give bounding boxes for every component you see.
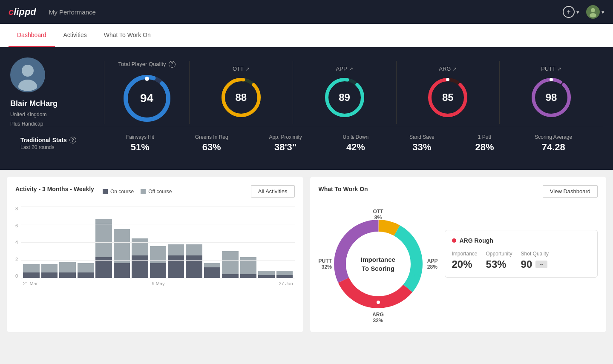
svg-point-7: [145, 77, 149, 81]
activity-card: Activity - 3 Months - Weekly On course O…: [7, 177, 303, 332]
profile-button[interactable]: ▾: [586, 5, 604, 19]
off-course-legend-icon: [141, 189, 146, 194]
wtwo-content: Importance To Scoring OTT 8% APP 28% ARG…: [319, 204, 598, 324]
x-label-may: 9 May: [152, 281, 164, 286]
add-button[interactable]: + ▾: [563, 6, 579, 18]
tab-dashboard[interactable]: Dashboard: [9, 24, 55, 47]
ott-value: 88: [236, 92, 247, 103]
hero-top: Blair McHarg United Kingdom Plus Handica…: [10, 57, 603, 127]
hero-section: Blair McHarg United Kingdom Plus Handica…: [0, 47, 613, 170]
putt-ring: 98: [530, 76, 573, 119]
metric-importance: Importance 20%: [452, 251, 478, 270]
arg-arrow-icon: ↗: [452, 66, 457, 72]
donut-center-text: Importance To Scoring: [361, 255, 395, 273]
svg-point-1: [590, 13, 596, 17]
chart-area: 8 6 4 2 0: [15, 206, 295, 300]
player-handicap: Plus Handicap: [10, 121, 43, 127]
putt-arrow-icon: ↗: [557, 66, 561, 72]
logo-text: clippd: [9, 6, 36, 17]
legend-off-course: Off course: [141, 189, 172, 195]
on-course-legend-icon: [103, 189, 108, 194]
all-activities-button[interactable]: All Activities: [251, 185, 295, 198]
score-item-ott: OTT ↗ 88: [190, 61, 293, 124]
stat-1-putt: 1 Putt 28%: [475, 134, 494, 153]
view-dashboard-button[interactable]: View Dashboard: [543, 185, 598, 198]
arg-indicator: [376, 300, 380, 304]
total-quality-ring: 94: [121, 73, 173, 124]
svg-point-3: [22, 65, 34, 77]
score-item-arg: ARG ↗ 85: [397, 61, 500, 124]
bottom-section: Activity - 3 Months - Weekly On course O…: [0, 170, 613, 339]
y-label-6: 6: [15, 223, 18, 228]
score-item-putt: PUTT ↗ 98: [500, 61, 603, 124]
score-items: OTT ↗ 88 APP ↗: [190, 61, 603, 124]
stat-sand-save: Sand Save 33%: [409, 134, 435, 153]
bar-group: [276, 271, 293, 278]
header-title: My Performance: [49, 9, 563, 16]
bar-group: [132, 238, 148, 278]
trad-stats-help-icon[interactable]: ?: [69, 137, 76, 143]
total-quality-help-icon[interactable]: ?: [169, 61, 176, 68]
bar-group: [240, 257, 256, 278]
bar-group: [168, 244, 184, 278]
player-country: United Kingdom: [10, 112, 46, 118]
wtwo-title: What To Work On: [319, 186, 368, 192]
metric-opportunity: Opportunity 53%: [486, 251, 512, 270]
putt-value: 98: [546, 92, 557, 103]
bar-group: [114, 229, 130, 278]
tab-activities[interactable]: Activities: [55, 24, 95, 47]
tab-what-to-work-on[interactable]: What To Work On: [95, 24, 159, 47]
bar-group: [186, 244, 202, 278]
legend-on-course: On course: [103, 189, 134, 195]
score-label-putt: PUTT ↗: [541, 66, 561, 72]
app-arrow-icon: ↗: [349, 66, 353, 72]
profile-dropdown-arrow: ▾: [601, 9, 604, 15]
score-label-app: APP ↗: [336, 66, 353, 72]
ott-label: OTT 8%: [373, 209, 383, 221]
chart-legend: On course Off course: [103, 189, 172, 195]
metric-shot-quality: Shot Quality 90 ↔: [521, 251, 549, 270]
total-score-value: 94: [140, 92, 153, 105]
bars-container: [21, 206, 294, 278]
arg-value: 85: [442, 92, 454, 103]
bar-group: [150, 246, 166, 278]
stat-items: Fairways Hit 51% Greens In Reg 63% App. …: [106, 134, 593, 153]
bar-group: [78, 263, 94, 278]
app-label: APP 28%: [427, 258, 438, 270]
arg-label: ARG 32%: [372, 312, 384, 324]
wtwo-header: What To Work On View Dashboard: [319, 185, 598, 198]
y-label-8: 8: [15, 206, 18, 211]
ott-arrow-icon: ↗: [245, 66, 250, 72]
logo-rest: lippd: [14, 6, 36, 17]
y-label-0: 0: [15, 273, 18, 278]
activity-title: Activity - 3 Months - Weekly: [15, 186, 94, 192]
arg-ring: 85: [426, 76, 469, 119]
shot-quality-badge: ↔: [535, 261, 547, 268]
ott-ring: 88: [220, 76, 262, 119]
stat-greens-in-reg: Greens In Reg 63%: [195, 134, 228, 153]
app-ring: 89: [323, 76, 366, 119]
what-to-work-on-card: What To Work On View Dashboard: [310, 177, 607, 332]
avatar: [586, 5, 600, 19]
add-dropdown-arrow: ▾: [576, 9, 579, 15]
plus-circle-icon: +: [563, 6, 575, 18]
detail-title: ARG Rough: [452, 237, 591, 244]
bar-group: [204, 263, 220, 278]
x-label-mar: 21 Mar: [23, 281, 37, 286]
x-labels: 21 Mar 9 May 27 Jun: [21, 279, 294, 286]
stat-app-proximity: App. Proximity 38'3": [269, 134, 302, 153]
donut-center: Importance To Scoring: [361, 255, 395, 273]
stat-scoring-average: Scoring Average 74.28: [535, 134, 572, 153]
player-avatar: [10, 57, 45, 92]
bar-group: [222, 251, 238, 278]
detail-dot-icon: [452, 238, 456, 243]
detail-area: ARG Rough Importance 20% Opportunity 53%…: [445, 230, 598, 324]
bar-group: [258, 271, 274, 278]
header-actions: + ▾ ▾: [563, 5, 604, 19]
y-label-2: 2: [15, 257, 18, 262]
nav-tabs: Dashboard Activities What To Work On: [0, 24, 613, 47]
x-label-jun: 27 Jun: [279, 281, 293, 286]
bar-group: [23, 264, 39, 278]
total-quality-label: Total Player Quality ?: [118, 61, 176, 68]
svg-rect-19: [141, 189, 146, 194]
